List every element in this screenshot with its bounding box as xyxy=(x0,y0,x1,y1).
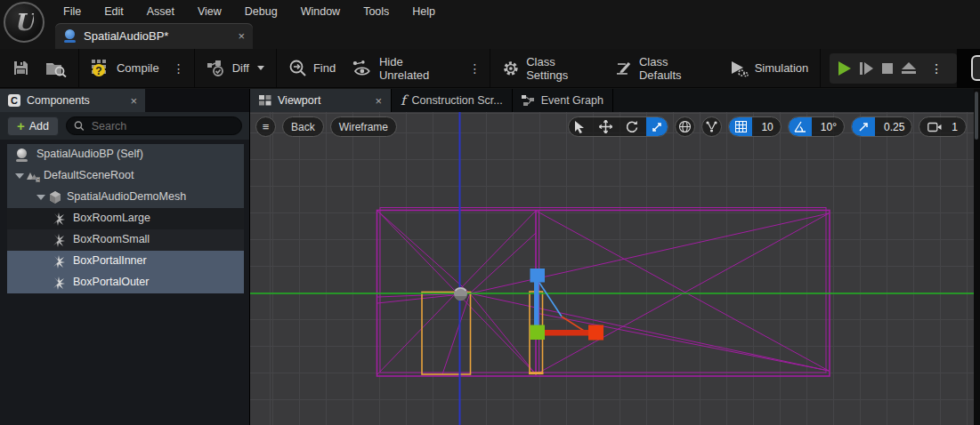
grid-snap-control[interactable]: 10 xyxy=(728,116,781,137)
camera-speed-control[interactable]: 1 xyxy=(919,116,967,137)
right-scrollbar[interactable] xyxy=(974,89,980,425)
play-button[interactable] xyxy=(838,61,851,76)
blueprint-orb-icon xyxy=(14,148,28,162)
plus-icon: + xyxy=(17,119,25,132)
diff-label: Diff xyxy=(232,61,249,75)
menu-view[interactable]: View xyxy=(186,5,233,18)
view-perspective-button[interactable]: Back xyxy=(282,116,324,137)
tree-item-spatialaudiobp-self[interactable]: SpatialAudioBP (Self) xyxy=(7,144,244,165)
viewport-tools-left: ≡ Back Wireframe xyxy=(255,116,397,137)
simulation-label: Simulation xyxy=(755,61,809,75)
hamburger-icon: ≡ xyxy=(263,120,270,133)
components-panel-icon: C xyxy=(8,94,20,107)
select-tool-button[interactable] xyxy=(569,116,590,137)
frame-skip-button[interactable] xyxy=(860,62,873,75)
construction-script-icon: f xyxy=(401,92,406,108)
class-defaults-button[interactable]: Class Defaults xyxy=(607,49,720,88)
components-tree: SpatialAudioBP (Self) C DefaultSceneRoot… xyxy=(0,144,249,425)
save-button[interactable] xyxy=(0,49,37,88)
class-settings-button[interactable]: Class Settings xyxy=(494,49,607,88)
class-settings-label: Class Settings xyxy=(526,55,599,82)
add-label: Add xyxy=(29,120,49,132)
menu-window[interactable]: Window xyxy=(289,5,352,18)
camera-speed-value: 1 xyxy=(947,121,958,133)
scrollbar-thumb[interactable] xyxy=(975,92,978,140)
world-coordinate-button[interactable] xyxy=(675,116,695,137)
hide-unrelated-label: Hide Unrelated xyxy=(379,55,456,82)
stop-button[interactable] xyxy=(882,63,893,74)
diff-button[interactable]: Diff xyxy=(198,49,272,88)
surface-snapping-button[interactable] xyxy=(701,116,722,137)
menu-asset[interactable]: Asset xyxy=(135,5,186,18)
tree-item-boxportalinner[interactable]: BoxPortalInner xyxy=(7,251,244,272)
simulation-button[interactable]: Simulation xyxy=(721,49,817,88)
close-icon[interactable]: × xyxy=(375,95,382,107)
collapse-arrow-icon[interactable] xyxy=(36,195,45,200)
svg-text:C: C xyxy=(36,177,40,182)
diff-icon xyxy=(207,60,226,77)
svg-text:?: ? xyxy=(95,64,101,76)
grid-snap-icon xyxy=(729,116,752,137)
browse-to-asset-button[interactable] xyxy=(37,49,75,88)
toolbar-separator xyxy=(276,49,277,88)
hide-unrelated-kebab-icon[interactable]: ⋮ xyxy=(463,61,486,76)
menu-edit[interactable]: Edit xyxy=(93,5,135,18)
adjacent-window-edge xyxy=(957,49,980,88)
component-search[interactable] xyxy=(66,116,242,135)
compile-label: Compile xyxy=(117,61,159,75)
tab-components[interactable]: C Components × xyxy=(0,89,145,112)
search-input[interactable] xyxy=(90,119,234,133)
menu-file[interactable]: File xyxy=(52,5,93,18)
viewport-tab-label: Viewport xyxy=(278,94,320,107)
splat-icon xyxy=(52,212,66,226)
menu-bar: File Edit Asset View Debug Window Tools … xyxy=(52,0,447,22)
add-component-button[interactable]: + Add xyxy=(7,116,59,136)
components-tab-strip: C Components × xyxy=(0,89,249,112)
toolbar-separator xyxy=(78,49,79,88)
simulation-icon xyxy=(729,60,749,77)
asset-tab-spatialaudiobp[interactable]: SpatialAudioBP* × xyxy=(55,23,253,49)
view-mode-button[interactable]: Wireframe xyxy=(330,116,397,137)
find-button[interactable]: Find xyxy=(280,49,344,88)
components-tab-label: Components xyxy=(27,94,90,107)
scene-root-icon: C xyxy=(26,169,40,183)
find-label: Find xyxy=(313,61,336,75)
close-icon[interactable]: × xyxy=(130,95,137,107)
tree-item-spatialaudiodemomesh[interactable]: SpatialAudioDemoMesh xyxy=(7,187,244,208)
rotation-snap-control[interactable]: 10° xyxy=(788,116,845,137)
collapse-arrow-icon[interactable] xyxy=(15,173,24,179)
scale-tool-button[interactable] xyxy=(646,116,668,137)
viewport-menu-button[interactable]: ≡ xyxy=(255,116,276,137)
unreal-blueprint-editor: U File Edit Asset View Debug Window Tool… xyxy=(0,0,980,425)
tree-item-boxportalouter[interactable]: BoxPortalOuter xyxy=(7,272,244,293)
viewport-tab-icon xyxy=(259,95,271,106)
transform-tools xyxy=(568,116,668,137)
menu-help[interactable]: Help xyxy=(401,5,447,18)
tree-item-boxroomsmall[interactable]: BoxRoomSmall xyxy=(7,229,244,251)
unreal-engine-logo-icon[interactable]: U xyxy=(4,2,45,43)
construction-tab-label: Construction Scr... xyxy=(412,94,503,107)
class-defaults-label: Class Defaults xyxy=(639,55,713,82)
close-icon[interactable]: × xyxy=(238,30,245,42)
blueprint-class-icon xyxy=(63,29,77,43)
compile-options-kebab-icon[interactable]: ⋮ xyxy=(167,61,190,76)
tree-item-boxroomlarge[interactable]: BoxRoomLarge xyxy=(7,208,244,229)
compile-button[interactable]: ? Compile xyxy=(83,49,167,88)
rotate-tool-button[interactable] xyxy=(620,116,642,137)
hide-unrelated-eye-icon xyxy=(352,60,373,77)
tree-item-defaultsceneroot[interactable]: C DefaultSceneRoot xyxy=(7,165,244,187)
save-icon xyxy=(12,60,29,76)
scale-snap-control[interactable]: 0.25 xyxy=(851,116,912,137)
eject-button[interactable] xyxy=(902,62,916,74)
menu-tools[interactable]: Tools xyxy=(352,5,401,18)
move-tool-button[interactable] xyxy=(595,116,616,137)
tab-construction-script[interactable]: f Construction Scr... xyxy=(392,89,513,112)
play-options-kebab-icon[interactable]: ⋮ xyxy=(925,61,948,76)
menu-debug[interactable]: Debug xyxy=(233,5,289,18)
viewport-tab-strip: Viewport × f Construction Scr... Event G… xyxy=(250,89,974,112)
hide-unrelated-button[interactable]: Hide Unrelated xyxy=(344,49,463,88)
tab-viewport[interactable]: Viewport × xyxy=(250,89,392,112)
tab-event-graph[interactable]: Event Graph xyxy=(513,89,613,112)
chevron-down-icon xyxy=(257,66,264,70)
viewport-canvas[interactable]: ≡ Back Wireframe 10 xyxy=(250,112,974,425)
